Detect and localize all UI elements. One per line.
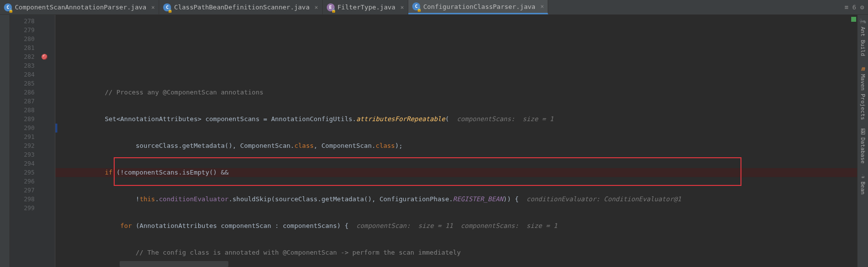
code-line[interactable]: // Process any @ComponentScan annotation… [55,88,857,97]
lock-icon: 🔒 [331,8,336,13]
line-number-gutter[interactable]: 278 279 280 281 282 283 284 285 286 287 … [10,15,40,267]
gear-icon[interactable]: ⚙ [860,3,864,11]
line-number: 294 [10,159,35,168]
line-number: 288 [10,106,35,115]
close-icon[interactable]: × [540,3,544,10]
java-class-icon: C🔒 [163,3,171,11]
right-tool-stripe: 🐜Ant Build mMaven Projects 🗄Database ☕Be… [857,15,868,267]
line-number: 295 [10,168,35,177]
code-line[interactable] [55,61,857,70]
execution-line-marker [55,124,57,133]
line-number: 283 [10,61,35,70]
close-icon[interactable]: × [400,4,404,11]
line-number: 289 [10,115,35,124]
tool-window-maven-projects[interactable]: mMaven Projects [860,65,866,120]
lock-icon: 🔒 [8,8,13,13]
lock-icon: 🔒 [417,7,422,12]
line-number: 287 [10,97,35,106]
ant-icon: 🐜 [859,18,867,25]
editor: 278 279 280 281 282 283 284 285 286 287 … [10,15,857,267]
editor-tab-bar: C🔒 ComponentScanAnnotationParser.java × … [0,0,868,15]
tool-window-label: Bean [860,181,866,195]
java-class-icon: C🔒 [412,2,420,10]
bean-icon: ☕ [861,173,865,179]
database-icon: 🗄 [860,129,866,135]
code-line[interactable]: for (AnnotationAttributes componentScan … [55,222,857,230]
java-class-icon: C🔒 [4,3,12,11]
line-number: 280 [10,35,35,44]
horizontal-scrollbar[interactable] [120,261,228,267]
tab-classpath-bean-definition-scanner[interactable]: C🔒 ClassPathBeanDefinitionScanner.java × [159,0,322,14]
breakpoint-gutter[interactable] [40,15,49,267]
line-number: 292 [10,141,35,150]
tab-configuration-class-parser[interactable]: C🔒 ConfigurationClassParser.java × [408,0,548,14]
line-number: 281 [10,44,35,52]
breakpoint-marker[interactable] [40,52,49,61]
tab-label: ComponentScanAnnotationParser.java [15,3,146,11]
line-number: 279 [10,26,35,35]
line-number: 298 [10,195,35,204]
line-number: 296 [10,177,35,186]
analysis-ok-icon[interactable] [851,17,856,22]
tab-component-scan-annotation-parser[interactable]: C🔒 ComponentScanAnnotationParser.java × [0,0,159,14]
line-number: 285 [10,79,35,88]
line-number: 282 [10,52,35,61]
code-line[interactable]: Set<AnnotationAttributes> componentScans… [55,115,857,124]
tool-window-database[interactable]: 🗄Database [860,129,866,164]
tab-label: ClassPathBeanDefinitionScanner.java [174,3,309,11]
close-icon[interactable]: × [151,4,155,11]
tab-label: FilterType.java [338,3,395,11]
breakpoint-icon [42,54,47,60]
line-number: 297 [10,186,35,195]
tool-window-bean[interactable]: ☕Bean [860,173,866,195]
line-number: 293 [10,150,35,159]
tab-label: ConfigurationClassParser.java [423,3,535,10]
tool-window-label: Database [860,137,866,164]
line-number: 290 [10,124,35,133]
tool-window-label: Maven Projects [860,74,866,120]
soft-wrap-indicator[interactable]: ≡ 6 [845,3,856,11]
code-line[interactable]: !this.conditionEvaluator.shouldSkip(sour… [55,195,857,204]
code-line[interactable]: sourceClass.getMetadata(), ComponentScan… [55,141,857,150]
close-icon[interactable]: × [314,4,318,11]
code-line[interactable]: if (!componentScans.isEmpty() && [55,168,857,177]
tool-window-ant-build[interactable]: 🐜Ant Build [859,18,867,56]
code-area[interactable]: // Process any @ComponentScan annotation… [55,15,857,267]
tool-window-label: Ant Build [860,27,866,56]
code-line[interactable]: // The config class is annotated with @C… [55,248,857,257]
line-number: 284 [10,70,35,79]
line-number: 291 [10,133,35,141]
maven-icon: m [861,65,865,72]
left-tool-stripe[interactable] [0,15,10,267]
lock-icon: 🔒 [168,8,173,13]
java-enum-icon: E🔒 [327,3,335,11]
fold-gutter[interactable] [49,15,55,267]
main-row: 278 279 280 281 282 283 284 285 286 287 … [0,15,868,267]
tab-bar-right-tools: ≡ 6 ⚙ [845,0,868,14]
line-number: 278 [10,17,35,26]
tab-filter-type[interactable]: E🔒 FilterType.java × [323,0,409,14]
line-number: 299 [10,204,35,213]
line-number: 286 [10,88,35,97]
